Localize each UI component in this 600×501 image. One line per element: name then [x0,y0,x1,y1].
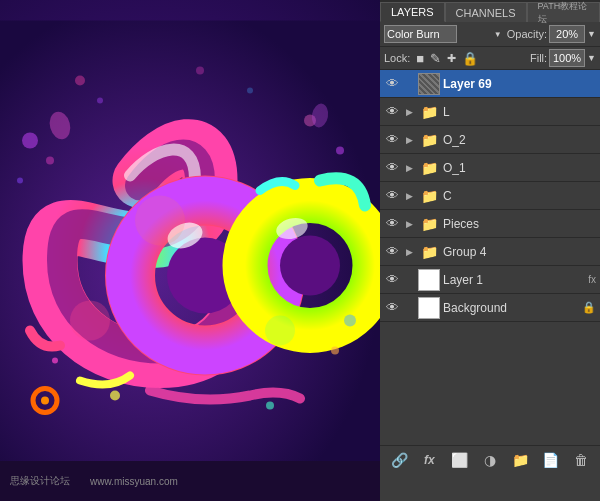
svg-point-23 [265,316,295,346]
fill-label: Fill: [530,52,547,64]
thumb-Pieces: 📁 [418,213,440,235]
tab-bar: LAYERS CHANNELS PATH教程论坛 [380,0,600,22]
thumb-L: 📁 [418,101,440,123]
eye-icon-C[interactable]: 👁 [384,188,400,204]
watermark-site: 思缘设计论坛 [10,474,70,488]
svg-point-2 [46,157,54,165]
lock-position-icon[interactable]: ✚ [447,52,456,65]
opacity-group: Opacity: ▼ [507,25,596,43]
eye-icon-Pieces[interactable]: 👁 [384,216,400,232]
thumb-layer69 [418,73,440,95]
svg-point-29 [331,347,339,355]
layer-row-layer69[interactable]: 👁 Layer 69 [380,70,600,98]
lock-all-icon[interactable]: 🔒 [462,51,478,66]
arrow-C[interactable]: ▶ [403,190,415,202]
svg-point-28 [344,315,356,327]
thumb-layer1 [418,269,440,291]
svg-point-25 [110,391,120,401]
link-button[interactable]: 🔗 [389,450,409,470]
tab-paths[interactable]: PATH教程论坛 [527,2,601,22]
arrow-O2[interactable]: ▶ [403,134,415,146]
lock-row: Lock: ■ ✎ ✚ 🔒 Fill: ▼ [380,47,600,70]
delete-layer-button[interactable]: 🗑 [571,450,591,470]
arrow-layer1 [403,274,415,286]
layer-row-group4[interactable]: 👁 ▶ 📁 Group 4 [380,238,600,266]
eye-icon-group4[interactable]: 👁 [384,244,400,260]
lock-badge-background: 🔒 [582,301,596,314]
opacity-label: Opacity: [507,28,547,40]
eye-icon-layer69[interactable]: 👁 [384,76,400,92]
svg-point-7 [97,98,103,104]
layer-row-L[interactable]: 👁 ▶ 📁 L [380,98,600,126]
tab-channels[interactable]: CHANNELS [445,2,527,22]
fx-button[interactable]: fx [419,450,439,470]
svg-point-5 [336,147,344,155]
tab-layers[interactable]: LAYERS [380,2,445,22]
layer-name-O2: O_2 [443,133,596,147]
arrow-Pieces[interactable]: ▶ [403,218,415,230]
svg-point-1 [22,133,38,149]
svg-point-8 [196,67,204,75]
eye-icon-layer1[interactable]: 👁 [384,272,400,288]
thumb-C: 📁 [418,185,440,207]
mask-button[interactable]: ⬜ [450,450,470,470]
eye-icon-O1[interactable]: 👁 [384,160,400,176]
layer-name-C: C [443,189,596,203]
group-button[interactable]: 📁 [510,450,530,470]
svg-point-21 [41,397,49,405]
adjustment-button[interactable]: ◑ [480,450,500,470]
layer-name-L: L [443,105,596,119]
layer-row-layer1[interactable]: 👁 Layer 1 fx [380,266,600,294]
layer-row-O2[interactable]: 👁 ▶ 📁 O_2 [380,126,600,154]
watermark-bar: 思缘设计论坛 www.missyuan.com [0,461,380,501]
eye-icon-L[interactable]: 👁 [384,104,400,120]
fill-arrow: ▼ [587,53,596,63]
layer-name-layer1: Layer 1 [443,273,583,287]
layer-row-background[interactable]: 👁 Background 🔒 [380,294,600,322]
svg-point-24 [135,196,185,246]
svg-point-9 [247,88,253,94]
layers-toolbar: 🔗 fx ⬜ ◑ 📁 📄 🗑 [380,445,600,473]
artwork-svg [0,0,380,501]
svg-point-6 [75,76,85,86]
blend-mode-row: NormalDissolveDarkenMultiplyColor BurnLi… [380,22,600,47]
layer-name-group4: Group 4 [443,245,596,259]
svg-point-22 [70,301,110,341]
arrow-O1[interactable]: ▶ [403,162,415,174]
lock-pixel-icon[interactable]: ■ [416,51,424,66]
thumb-O1: 📁 [418,157,440,179]
blend-select-arrow: ▼ [494,30,502,39]
blend-mode-select[interactable]: NormalDissolveDarkenMultiplyColor BurnLi… [384,25,457,43]
panels-area: LAYERS CHANNELS PATH教程论坛 NormalDissolveD… [380,0,600,501]
fill-group: Fill: ▼ [530,49,596,67]
layer-name-background: Background [443,301,577,315]
arrow-L[interactable]: ▶ [403,106,415,118]
layer-name-O1: O_1 [443,161,596,175]
opacity-input[interactable] [549,25,585,43]
layer-row-C[interactable]: 👁 ▶ 📁 C [380,182,600,210]
layer-row-Pieces[interactable]: 👁 ▶ 📁 Pieces [380,210,600,238]
thumb-background [418,297,440,319]
fx-badge-layer1: fx [588,274,596,285]
layer-name-layer69: Layer 69 [443,77,596,91]
thumb-group4: 📁 [418,241,440,263]
lock-paint-icon[interactable]: ✎ [430,51,441,66]
blend-mode-wrapper: NormalDissolveDarkenMultiplyColor BurnLi… [384,25,504,43]
svg-point-18 [280,236,340,296]
svg-point-3 [17,178,23,184]
fill-input[interactable] [549,49,585,67]
thumb-O2: 📁 [418,129,440,151]
canvas-area: 思缘设计论坛 www.missyuan.com [0,0,380,501]
new-layer-button[interactable]: 📄 [541,450,561,470]
layer-name-Pieces: Pieces [443,217,596,231]
eye-icon-background[interactable]: 👁 [384,300,400,316]
layers-list[interactable]: 👁 Layer 69 👁 ▶ 📁 L 👁 ▶ 📁 O_2 👁 ▶ 📁 O_1 [380,70,600,445]
arrow-group4[interactable]: ▶ [403,246,415,258]
watermark-url: www.missyuan.com [90,476,178,487]
opacity-arrow: ▼ [587,29,596,39]
lock-label: Lock: [384,52,410,64]
svg-point-26 [266,402,274,410]
eye-icon-O2[interactable]: 👁 [384,132,400,148]
arrow-background [403,302,415,314]
layer-row-O1[interactable]: 👁 ▶ 📁 O_1 [380,154,600,182]
